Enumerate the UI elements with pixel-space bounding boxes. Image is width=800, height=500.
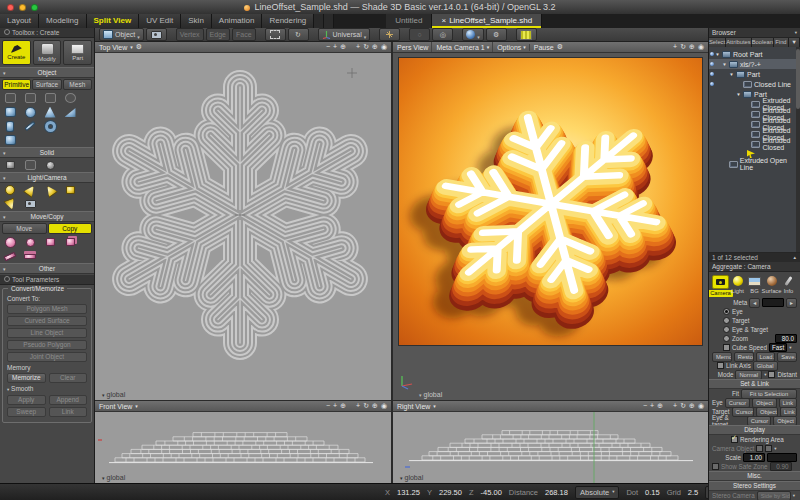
gear-icon[interactable]: ⚙ [557, 42, 563, 52]
stereo-camera-dropdown[interactable]: Side by Side [757, 491, 791, 500]
wedge-tool[interactable] [63, 106, 77, 118]
camera-object-checkbox-2[interactable] [765, 445, 772, 452]
vertex-mode-button[interactable]: Vertex [176, 28, 204, 41]
cone-tool[interactable] [43, 106, 57, 118]
pan-icon[interactable]: + [673, 401, 677, 411]
expand-icon[interactable]: ▼ [722, 62, 727, 67]
eye-radio[interactable] [723, 308, 730, 315]
zoom-in-icon[interactable]: + [650, 401, 654, 411]
tab-primitive[interactable]: Primitive [2, 79, 31, 90]
camera-object-tool[interactable] [23, 198, 37, 210]
browser-tab-attributes[interactable]: Attributes [726, 38, 752, 47]
zoom-in-icon[interactable]: + [333, 401, 337, 411]
safe-zone-field[interactable]: 0.90 [770, 462, 792, 471]
camera-view-icon[interactable]: ◉ [698, 401, 704, 411]
zoom-window-icon[interactable] [31, 4, 38, 11]
orbit-icon[interactable]: ↻ [680, 42, 686, 52]
toolbox-panel-header[interactable]: Toolbox : Create [0, 28, 94, 38]
spring-solid-tool[interactable] [43, 159, 57, 171]
move-copy-section-header[interactable]: ▾Move/Copy [0, 211, 94, 222]
zoom-radio[interactable] [723, 335, 730, 342]
polygon-tool[interactable] [63, 92, 77, 104]
clear-button[interactable]: Clear [49, 373, 88, 383]
sphere-tool[interactable] [23, 106, 37, 118]
cube-tool[interactable] [3, 134, 17, 146]
browser-tab-boolean[interactable]: Boolean [752, 38, 774, 47]
text-solid-tool[interactable] [3, 159, 17, 171]
torus-tool[interactable] [43, 120, 57, 132]
rotate-copy-tool[interactable] [23, 236, 37, 248]
object-mode-button[interactable]: Object▾ [99, 28, 144, 41]
orbit-icon[interactable]: ↻ [363, 42, 369, 52]
magnifier-icon[interactable]: ⊕ [657, 401, 663, 411]
zoom-out-icon[interactable]: − [643, 401, 647, 411]
magnifier-icon[interactable]: ⊕ [340, 42, 346, 52]
render-settings-button[interactable]: ⚙ [486, 28, 507, 41]
convert-pseudo-polygon-button[interactable]: Pseudo Polygon [7, 340, 87, 350]
browser-tab-select[interactable]: Select [709, 38, 726, 47]
gear-icon[interactable]: ⚙ [136, 42, 142, 52]
memorize-button[interactable]: Memorize [7, 373, 46, 383]
camera-view-icon[interactable]: ◉ [381, 401, 387, 411]
line-tool[interactable] [23, 120, 37, 132]
minimize-window-icon[interactable] [19, 4, 26, 11]
rendering-area-checkbox[interactable] [731, 436, 738, 443]
smooth-apply-button[interactable]: Apply [7, 395, 46, 405]
light-tab-button[interactable]: Light [729, 275, 746, 297]
zoom-tool-icon[interactable]: ⊕ [372, 42, 378, 52]
expand-icon[interactable]: ▼ [736, 92, 741, 97]
pan-icon[interactable]: + [356, 42, 360, 52]
tree-item-root-part[interactable]: ▼ Root Part [709, 49, 800, 59]
options-menu[interactable]: Options▾ [492, 42, 526, 52]
aggregate-panel-header[interactable]: Aggregate : Camera [709, 262, 800, 272]
memory-button[interactable]: Memory [712, 352, 732, 362]
restore-button[interactable]: Restore [734, 352, 754, 362]
tool-parameters-header[interactable]: Tool Parameters [0, 275, 94, 285]
mode-dropdown[interactable]: Normal [735, 370, 762, 380]
panel-collapse-icon[interactable] [4, 29, 10, 35]
duplicate-copy-tool[interactable] [63, 236, 77, 248]
scale-extra-field[interactable] [767, 453, 797, 462]
mirror-copy-tool[interactable] [3, 250, 17, 262]
document-tab-active[interactable]: ×LineOffset_Sample.shd [432, 14, 542, 28]
workspace-tab-overflow-button[interactable] [324, 14, 334, 28]
save-button[interactable]: Save... [777, 352, 797, 362]
meta-prev-button[interactable]: ◂ [749, 298, 760, 308]
front-view-canvas[interactable] [95, 412, 391, 483]
camera-mode-button[interactable] [146, 28, 167, 41]
face-mode-button[interactable]: Face [232, 28, 256, 41]
front-viewport[interactable]: Front View ▾ − + ⊕ + ↻ ⊕ ◉ ▾global [95, 401, 391, 483]
tree-scrollbar-thumb[interactable] [796, 49, 800, 109]
orbit-icon[interactable]: ↻ [363, 401, 369, 411]
pan-icon[interactable]: + [356, 401, 360, 411]
info-tab-button[interactable]: Info [780, 275, 797, 297]
snap-toggle-button[interactable]: ○ [409, 28, 430, 41]
tab-mesh[interactable]: Mesh [63, 79, 92, 90]
tab-copy[interactable]: Copy [48, 223, 93, 234]
tree-item-shape[interactable]: ▼ xls/?-+ [709, 59, 800, 69]
link-axis-checkbox[interactable] [717, 362, 724, 369]
render-preview-button[interactable]: ▾ [462, 28, 484, 41]
expand-icon[interactable]: ▼ [715, 52, 720, 57]
swept-surface-tool[interactable] [23, 92, 37, 104]
light-camera-section-header[interactable]: ▾Light/Camera [0, 172, 94, 183]
camera-tab-button[interactable]: Camera [712, 275, 729, 297]
zoom-out-icon[interactable]: − [326, 401, 330, 411]
smooth-label[interactable]: ▾ Smooth [7, 385, 87, 393]
right-view-canvas[interactable] [393, 412, 708, 483]
convert-curved-surface-button[interactable]: Curved Surface [7, 316, 87, 326]
workspace-tab-uv-edit[interactable]: UV Edit [139, 14, 181, 28]
target-radio[interactable] [723, 317, 730, 324]
part-mode-button[interactable]: Part [63, 40, 92, 65]
zoom-tool-icon[interactable]: ⊕ [689, 401, 695, 411]
viewport-title[interactable]: Top View [99, 44, 127, 51]
workspace-tab-add-button[interactable] [314, 14, 324, 28]
solid-section-header[interactable]: ▾Solid [0, 147, 94, 158]
safe-zone-checkbox[interactable] [712, 463, 719, 470]
scale-field[interactable]: 1.00 [743, 453, 765, 462]
visibility-dot-icon[interactable] [710, 82, 714, 86]
camera-view-icon[interactable]: ◉ [381, 42, 387, 52]
cube-speed-field[interactable]: Fast [769, 343, 787, 352]
target-button[interactable]: ◎ [432, 28, 453, 41]
tree-item-extruded[interactable]: ▼ Extruded Closed [709, 139, 800, 149]
